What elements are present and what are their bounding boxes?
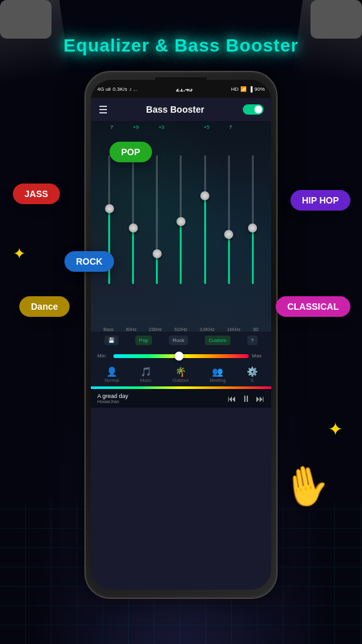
slider-910hz[interactable] <box>180 142 182 310</box>
nav-outdoor[interactable]: 🌴 Outdoor <box>173 366 189 383</box>
slider-3-6khz[interactable] <box>204 142 206 310</box>
slider-line-3 <box>180 155 182 284</box>
freq-36khz: 3,6KHz <box>200 327 214 332</box>
freq-14khz: 14KHz <box>227 327 240 332</box>
song-info: A gread day HowarJran <box>97 393 128 404</box>
spotlight-head-right <box>310 0 362 39</box>
preset-rock[interactable]: Rock <box>169 336 188 345</box>
outdoor-label: Outdoor <box>173 378 189 383</box>
genre-dance[interactable]: Dance <box>19 296 70 317</box>
freq-bass: Bass <box>104 327 114 332</box>
signal-icon: 4G ull <box>97 86 111 92</box>
slider-fill-6 <box>252 226 254 284</box>
slider-fill-0 <box>108 207 110 284</box>
slider-60hz[interactable] <box>132 142 134 310</box>
slider-line-2 <box>156 155 158 284</box>
prev-button[interactable]: ⏮ <box>227 393 236 404</box>
bass-thumb[interactable] <box>175 352 184 361</box>
nav-normal[interactable]: 👤 Normal <box>104 366 119 383</box>
sparkle-right: ✦ <box>328 419 343 440</box>
extra-icon: ⚙️ <box>247 366 258 377</box>
spotlight-head-left <box>0 0 52 39</box>
genre-classical[interactable]: CLASSICAL <box>276 296 350 317</box>
slider-thumb-3[interactable] <box>176 217 186 226</box>
nav-music[interactable]: 🎵 Music <box>140 366 151 383</box>
hamburger-menu[interactable]: ☰ <box>99 104 108 116</box>
hand-cursor-icon: 🤚 <box>278 459 333 513</box>
music-icon: 🎵 <box>140 366 151 377</box>
slider-thumb-2[interactable] <box>153 249 162 258</box>
slider-fill-1 <box>132 226 134 284</box>
song-artist: HowarJran <box>97 399 128 404</box>
genre-pop[interactable]: POP <box>110 142 152 162</box>
power-toggle[interactable] <box>243 104 263 115</box>
freq-230hz: 230Hz <box>149 327 162 332</box>
normal-label: Normal <box>104 378 119 383</box>
app-title: Equalizer & Bass Booster <box>0 35 362 56</box>
bass-track[interactable] <box>113 354 249 358</box>
slider-thumb-1[interactable] <box>129 223 138 232</box>
preset-save[interactable]: 💾 <box>104 336 119 345</box>
slider-230hz[interactable] <box>156 142 158 310</box>
slider-thumb-6[interactable] <box>248 223 257 232</box>
slider-line-1 <box>132 155 134 284</box>
slider-fill-3 <box>180 220 182 284</box>
battery-level: 90% <box>254 86 265 92</box>
freq-3d: 3D <box>252 327 258 332</box>
app-header: ☰ Bass Booster <box>91 98 271 121</box>
song-title: A gread day <box>97 393 128 399</box>
status-right: HD 📶 ▐ 90% <box>231 86 265 92</box>
slider-line-6 <box>252 155 254 284</box>
slider-fill-5 <box>228 232 230 284</box>
wifi-icon: 📶 <box>240 86 247 92</box>
extra-label: S <box>251 378 254 383</box>
genre-hiphop[interactable]: HIP HOP <box>291 190 350 211</box>
slider-thumb-4[interactable] <box>200 191 209 200</box>
phone-notch <box>155 77 207 89</box>
meeting-label: Meeting <box>210 378 226 383</box>
preset-pop[interactable]: Pop <box>135 336 152 345</box>
player-bar: A gread day HowarJran ⏮ ⏸ ⏭ <box>91 389 271 408</box>
bass-max-label: Max <box>252 353 265 359</box>
bottom-nav: 👤 Normal 🎵 Music 🌴 Outdoor 👥 Meeting ⚙️ <box>91 363 271 386</box>
genre-rock[interactable]: ROCK <box>64 251 114 272</box>
status-left: 4G ull 0.3K/s ♪ ... <box>97 86 137 92</box>
preset-help[interactable]: ? <box>247 336 258 345</box>
slider-3d[interactable] <box>252 142 254 310</box>
nav-meeting[interactable]: 👥 Meeting <box>210 366 226 383</box>
meeting-icon: 👥 <box>212 366 223 377</box>
slider-bass[interactable] <box>108 142 110 310</box>
pause-button[interactable]: ⏸ <box>242 393 251 404</box>
slider-fill-4 <box>204 194 206 284</box>
music-label: Music <box>140 378 151 383</box>
slider-thumb-5[interactable] <box>224 230 233 239</box>
frequency-labels: Bass 60Hz 230Hz 910Hz 3,6KHz 14KHz 3D <box>91 327 271 332</box>
battery-pct: ▐ <box>249 86 252 92</box>
next-button[interactable]: ⏭ <box>256 393 265 404</box>
header-title: Bass Booster <box>146 104 204 115</box>
freq-60hz: 60Hz <box>126 327 136 332</box>
bass-min-label: Min <box>97 353 110 359</box>
freq-910hz: 910Hz <box>174 327 187 332</box>
slider-14khz[interactable] <box>228 142 230 310</box>
slider-line-5 <box>228 155 230 284</box>
genre-jass[interactable]: JASS <box>13 184 60 204</box>
preset-custom[interactable]: Custom <box>205 336 231 345</box>
hd-badge: HD <box>231 86 239 92</box>
bass-row: Min Max <box>91 349 271 363</box>
normal-icon: 👤 <box>106 366 117 377</box>
media-icons: ♪ ... <box>129 86 138 92</box>
preset-row: 💾 Pop Rock Custom ? <box>91 332 271 349</box>
outdoor-icon: 🌴 <box>175 366 186 377</box>
player-controls: ⏮ ⏸ ⏭ <box>227 393 265 404</box>
speed-indicator: 0.3K/s <box>113 86 128 92</box>
slider-thumb-0[interactable] <box>105 204 114 213</box>
sparkle-left: ✦ <box>13 245 26 263</box>
nav-extra[interactable]: ⚙️ S <box>247 366 258 383</box>
slider-line-4 <box>204 155 206 284</box>
